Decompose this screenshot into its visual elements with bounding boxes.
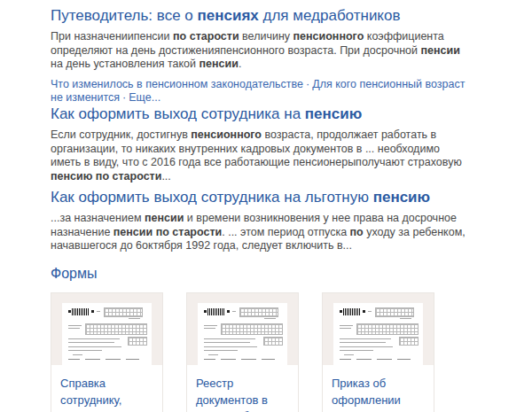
forms-cards-row: Справка сотруднику, выходящему на пенсию… [51,292,434,412]
form-card-1[interactable]: Справка сотруднику, выходящему на пенсию… [51,292,163,412]
link-separator: · [120,91,129,104]
sublink-more[interactable]: Еще... [129,91,160,104]
document-preview-icon [62,303,152,365]
search-result-1: Путеводитель: все о пенсиях для медработ… [51,7,469,105]
result-snippet: ...за назначением пенсии и времени возни… [51,212,469,253]
form-card-2[interactable]: Реестр документов в ПФР, чтобы оформить … [186,292,299,412]
form-thumbnail [323,293,434,365]
form-card-caption[interactable]: Реестр документов в ПФР, чтобы оформить … [187,365,298,412]
result-snippet: При назначениипенсии по старости величин… [51,30,469,72]
result-title-link[interactable]: Путеводитель: все о пенсиях для медработ… [51,7,469,25]
search-result-3: Как оформить выход сотрудника на льготну… [51,189,469,253]
forms-section-heading: Формы [51,265,97,283]
document-preview-icon [198,303,287,365]
link-separator: · [303,78,312,90]
document-preview-icon [333,303,423,365]
search-result-2: Как оформить выход сотрудника на пенсию … [51,105,469,183]
result-title-link[interactable]: Как оформить выход сотрудника на льготну… [51,189,469,206]
result-sublinks: Что изменилось в пенсионном законодатель… [51,78,469,105]
search-results-page: Путеводитель: все о пенсиях для медработ… [0,0,532,412]
form-card-caption[interactable]: Приказ об оформлении документов в связи … [323,365,434,412]
form-thumbnail [187,293,298,365]
sublink-pension-law-changes[interactable]: Что изменилось в пенсионном законодатель… [51,78,303,90]
form-thumbnail [51,293,162,365]
result-title-link[interactable]: Как оформить выход сотрудника на пенсию [51,105,469,123]
form-card-caption[interactable]: Справка сотруднику, выходящему на пенсию… [51,365,162,412]
form-card-3[interactable]: Приказ об оформлении документов в связи … [322,292,434,412]
result-snippet: Если сотрудник, достигнув пенсионного во… [51,128,469,183]
